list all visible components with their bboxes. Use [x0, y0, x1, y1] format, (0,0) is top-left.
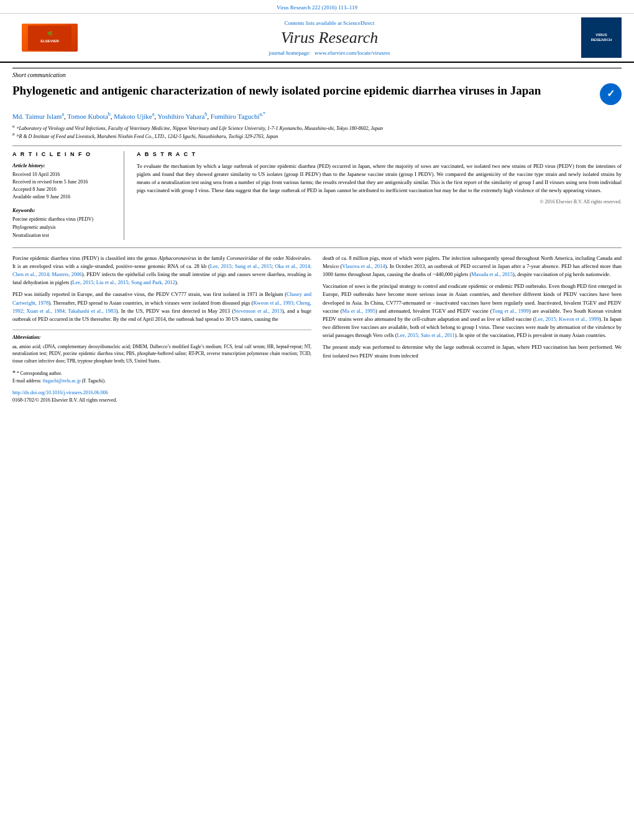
journal-title-area: Contents lists available at ScienceDirec… — [87, 20, 572, 56]
article-title-area: Phylogenetic and antigenic characterizat… — [12, 83, 622, 105]
footnote-abbrev-text: aa, amino acid; cDNA, complementary deox… — [12, 343, 311, 364]
affiliation-b: b ᵇ R & D Institute of Feed and Livestoc… — [12, 132, 622, 140]
elsevier-logo-image: 🌿 ELSEVIER — [22, 24, 78, 52]
ref-lee2015d[interactable]: Lee, 2015; Sato et al., 2011 — [397, 332, 455, 338]
abstract-text: To evaluate the mechanism by which a lar… — [137, 162, 622, 194]
ref-ma1995[interactable]: Ma et al., 1995 — [342, 308, 375, 314]
body-para-3: death of ca. 8 million pigs, most of whi… — [323, 254, 622, 279]
ref-masuda[interactable]: Masuda et al., 2015 — [471, 271, 513, 277]
body-para-2: PED was initially reported in Europe, an… — [12, 290, 311, 323]
vr-logo-text: VIRUSRESEARCH — [591, 33, 612, 43]
history-label: Article history: — [12, 162, 114, 168]
ref-lee2015c[interactable]: Lee, 2015; Kweon et al., 1999 — [535, 316, 599, 322]
available-date: Available online 9 June 2016 — [12, 193, 114, 201]
journal-header: 🌿 ELSEVIER Contents lists available at S… — [0, 14, 634, 63]
svg-text:ELSEVIER: ELSEVIER — [40, 39, 59, 43]
received-date: Received 10 April 2016 — [12, 171, 114, 178]
article-info-column: A R T I C L E I N F O Article history: R… — [12, 151, 124, 239]
ref-lee2015b[interactable]: Lee, 2015; Liu et al., 2015; Song and Pa… — [72, 279, 175, 285]
body-para-1: Porcine epidemic diarrhea virus (PEDV) i… — [12, 254, 311, 287]
ref-tong1999[interactable]: Tong et al., 1999 — [492, 308, 529, 314]
keywords-section: Keywords: Porcine epidemic diarrhea viru… — [12, 207, 114, 239]
svg-rect-0 — [28, 25, 71, 50]
article-history: Article history: Received 10 April 2016 … — [12, 162, 114, 201]
elsevier-logo: 🌿 ELSEVIER — [12, 24, 87, 52]
keyword-2: Phylogenetic analysis — [12, 224, 114, 232]
elsevier-logo-area: 🌿 ELSEVIER — [12, 24, 87, 52]
doi-url[interactable]: http://dx.doi.org/10.1016/j.virusres.201… — [12, 390, 108, 395]
body-column-right: death of ca. 8 million pigs, most of whi… — [323, 254, 622, 404]
ref-lee2015[interactable]: Lee, 2015; Sung et al., 2015; Oka et al.… — [12, 263, 311, 277]
homepage-text: journal homepage: — [269, 50, 311, 56]
body-para-4: Vaccination of sows is the principal str… — [323, 282, 622, 339]
sciencedirect-link[interactable]: ScienceDirect — [343, 20, 374, 26]
abstract-column: A B S T R A C T To evaluate the mechanis… — [137, 151, 622, 239]
author-yahara: Yoshihiro Yahara — [157, 113, 204, 120]
author-taguchi: Fumihiro Taguchi — [211, 113, 260, 120]
journal-title: Virus Research — [87, 29, 572, 47]
info-abstract-section: A R T I C L E I N F O Article history: R… — [12, 145, 622, 239]
copyright: © 2016 Elsevier B.V. All rights reserved… — [137, 199, 622, 205]
authors-line: Md. Taimur Islama, Tomoe Kubotab, Makoto… — [12, 111, 622, 120]
ref-vlasova[interactable]: Vlasova et al., 2014 — [342, 263, 385, 269]
crossmark-icon[interactable]: ✓ — [600, 83, 622, 105]
email-label: E-mail address: — [12, 378, 42, 384]
issn-line: 0168-1702/© 2016 Elsevier B.V. All right… — [12, 397, 117, 403]
journal-reference: Virus Research 222 (2016) 113–119 — [277, 4, 357, 11]
vr-logo-area: VIRUSRESEARCH — [572, 17, 622, 58]
body-para-5: The present study was performed to deter… — [323, 343, 622, 359]
svg-text:🌿: 🌿 — [47, 30, 53, 36]
revised-date: Received in revised form 5 June 2016 — [12, 178, 114, 186]
author-kubota: Tomoe Kubota — [67, 113, 108, 120]
article-info-header: A R T I C L E I N F O — [12, 151, 114, 157]
email-link[interactable]: ftaguchi@nvlu.ac.jp — [43, 378, 81, 384]
article-type: Short communication — [12, 68, 622, 78]
body-text-section: Porcine epidemic diarrhea virus (PEDV) i… — [12, 247, 622, 404]
contents-text: Contents lists available at — [285, 20, 342, 26]
author-islam: Md. Taimur Islam — [12, 113, 62, 120]
contents-line: Contents lists available at ScienceDirec… — [87, 20, 572, 26]
article-title: Phylogenetic and antigenic characterizat… — [12, 83, 594, 99]
article-content: Short communication Phylogenetic and ant… — [0, 63, 634, 410]
top-bar: Virus Research 222 (2016) 113–119 — [0, 0, 634, 14]
accepted-date: Accepted 8 June 2016 — [12, 186, 114, 193]
email-name: (F. Taguchi). — [82, 378, 106, 384]
vr-logo: VIRUSRESEARCH — [581, 17, 622, 58]
corresponding-author-note: * * Corresponding author. E-mail address… — [12, 368, 311, 384]
footnote-abbrev-label: Abbreviation: — [12, 334, 311, 341]
homepage-line: journal homepage: www.elsevier.com/locat… — [87, 50, 572, 56]
homepage-url[interactable]: www.elsevier.com/locate/virusres — [315, 50, 390, 56]
affiliation-a: a ᵃ Laboratory of Virology and Viral Inf… — [12, 124, 622, 132]
body-column-left: Porcine epidemic diarrhea virus (PEDV) i… — [12, 254, 311, 404]
keyword-1: Porcine epidemic diarrhea virus (PEDV) — [12, 216, 114, 224]
footnotes-area: Abbreviation: aa, amino acid; cDNA, comp… — [12, 330, 311, 404]
keyword-3: Neutralization test — [12, 232, 114, 240]
abstract-header: A B S T R A C T — [137, 151, 622, 157]
doi-line: http://dx.doi.org/10.1016/j.virusres.201… — [12, 389, 311, 404]
keywords-label: Keywords: — [12, 207, 114, 213]
corr-label: * Corresponding author. — [17, 371, 62, 376]
affiliations: a ᵃ Laboratory of Virology and Viral Inf… — [12, 124, 622, 140]
author-ujike: Makoto Ujike — [114, 113, 152, 120]
ref-stevenson[interactable]: Stevenson et al., 2013 — [234, 308, 282, 314]
